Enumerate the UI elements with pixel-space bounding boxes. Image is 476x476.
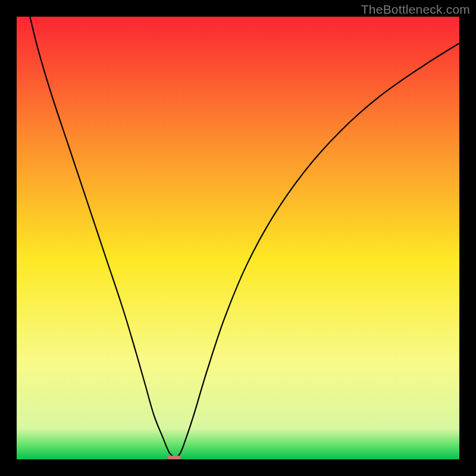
watermark-text: TheBottleneck.com (361, 2, 470, 17)
optimal-marker (168, 456, 181, 459)
chart-frame (17, 17, 459, 459)
gradient-background (17, 17, 459, 459)
bottleneck-chart (17, 17, 459, 459)
